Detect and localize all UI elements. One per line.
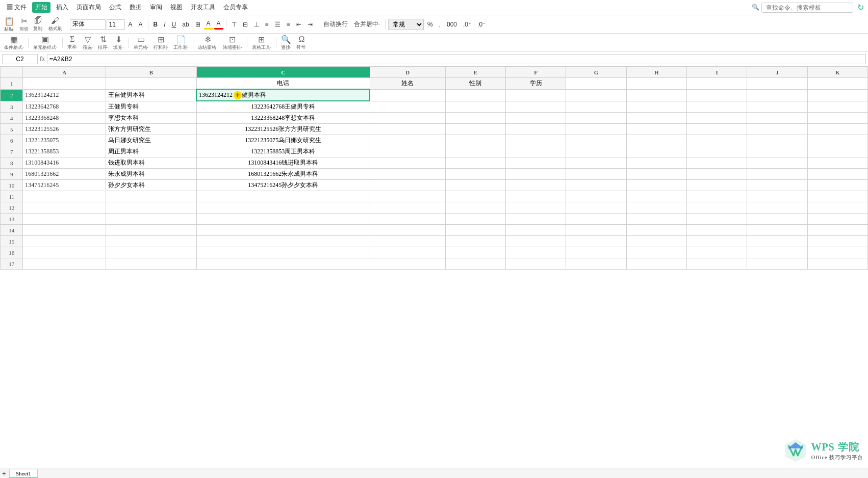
- corner-cell[interactable]: [1, 67, 23, 78]
- menu-formula[interactable]: 公式: [107, 2, 124, 13]
- paste-button[interactable]: 📋 粘贴·: [2, 15, 16, 34]
- cell-H8[interactable]: [626, 157, 686, 169]
- cell-C7[interactable]: 13221358853周正男本科: [196, 146, 370, 157]
- cell-A17[interactable]: [23, 258, 106, 270]
- cell-F8[interactable]: [505, 157, 566, 169]
- number-format-select[interactable]: 常规: [388, 19, 424, 30]
- condense-button[interactable]: ⊡ 浓缩密排·: [221, 34, 244, 52]
- cell-G4[interactable]: [566, 113, 626, 124]
- indent-dec-button[interactable]: ⇤: [294, 20, 304, 29]
- cell-C17[interactable]: [196, 258, 370, 270]
- cell-style-button[interactable]: ▣ 单元格样式·: [31, 34, 59, 52]
- cell-C12[interactable]: [196, 202, 370, 214]
- cell-F5[interactable]: [505, 124, 566, 135]
- cell-G10[interactable]: [566, 180, 626, 191]
- menu-data[interactable]: 数据: [127, 2, 144, 13]
- cell-J14[interactable]: [747, 225, 807, 236]
- cell-B1[interactable]: [106, 78, 196, 90]
- menu-dev[interactable]: 开发工具: [188, 2, 218, 13]
- row-num-17[interactable]: 17: [1, 258, 23, 270]
- cell-E6[interactable]: [445, 135, 505, 146]
- cell-C11[interactable]: [196, 191, 370, 202]
- cell-D12[interactable]: [370, 202, 445, 214]
- cell-A13[interactable]: [23, 214, 106, 225]
- cell-D7[interactable]: [370, 146, 445, 157]
- shrink-font-button[interactable]: A: [136, 20, 145, 29]
- cell-G9[interactable]: [566, 169, 626, 180]
- cell-E12[interactable]: [445, 202, 505, 214]
- cell-B9[interactable]: 朱永成男本科: [106, 169, 196, 180]
- cell-A8[interactable]: 13100843416: [23, 157, 106, 169]
- cell-G15[interactable]: [566, 236, 626, 247]
- thousands-button[interactable]: 000: [444, 20, 459, 29]
- cell-E5[interactable]: [445, 124, 505, 135]
- cell-I8[interactable]: [686, 157, 747, 169]
- menu-view[interactable]: 视图: [168, 2, 185, 13]
- cell-B13[interactable]: [106, 214, 196, 225]
- cell-F11[interactable]: [505, 191, 566, 202]
- menu-layout[interactable]: 页面布局: [74, 2, 104, 13]
- cell-I7[interactable]: [686, 146, 747, 157]
- cell-E13[interactable]: [445, 214, 505, 225]
- cell-C9[interactable]: 16801321662朱永成男本科: [196, 169, 370, 180]
- cell-B6[interactable]: 乌日娜女研究生: [106, 135, 196, 146]
- cell-G13[interactable]: [566, 214, 626, 225]
- cell-K10[interactable]: [807, 180, 867, 191]
- cell-I6[interactable]: [686, 135, 747, 146]
- cell-K1[interactable]: [807, 78, 867, 90]
- sum-button[interactable]: Σ 求和·: [65, 34, 80, 51]
- cell-K8[interactable]: [807, 157, 867, 169]
- cell-E4[interactable]: [445, 113, 505, 124]
- font-size-input[interactable]: [107, 19, 125, 30]
- wrap-text-button[interactable]: 自动换行: [321, 19, 350, 30]
- conditional-format-button[interactable]: ▦ 条件格式·: [2, 34, 25, 52]
- cell-D9[interactable]: [370, 169, 445, 180]
- cell-H13[interactable]: [626, 214, 686, 225]
- cell-I13[interactable]: [686, 214, 747, 225]
- align-right-button[interactable]: ≡: [284, 20, 293, 29]
- filter-button[interactable]: ▽ 筛选·: [81, 34, 95, 52]
- cell-E16[interactable]: [445, 247, 505, 258]
- cell-F10[interactable]: [505, 180, 566, 191]
- cell-B17[interactable]: [106, 258, 196, 270]
- cell-I10[interactable]: [686, 180, 747, 191]
- cell-F6[interactable]: [505, 135, 566, 146]
- cell-F2[interactable]: [505, 89, 566, 101]
- cell-A10[interactable]: 13475216245: [23, 180, 106, 191]
- cell-G3[interactable]: [566, 101, 626, 113]
- cell-E15[interactable]: [445, 236, 505, 247]
- table-tools-button[interactable]: ⊞ 表格工具·: [250, 34, 273, 52]
- cell-D11[interactable]: [370, 191, 445, 202]
- cell-A7[interactable]: 13221358853: [23, 146, 106, 157]
- col-header-H[interactable]: H: [626, 67, 686, 78]
- cell-E1[interactable]: 性别: [445, 78, 505, 90]
- align-top-button[interactable]: ⊤: [229, 20, 239, 29]
- cell-G14[interactable]: [566, 225, 626, 236]
- cell-F9[interactable]: [505, 169, 566, 180]
- cell-H9[interactable]: [626, 169, 686, 180]
- notification-icon[interactable]: ↻: [857, 3, 864, 12]
- cell-E2[interactable]: [445, 89, 505, 101]
- row-num-12[interactable]: 12: [1, 202, 23, 214]
- align-left-button[interactable]: ≡: [263, 20, 271, 29]
- find-button[interactable]: 🔍 查找·: [279, 34, 293, 52]
- cell-J3[interactable]: [747, 101, 807, 113]
- cell-E3[interactable]: [445, 101, 505, 113]
- cell-B11[interactable]: [106, 191, 196, 202]
- cell-I2[interactable]: [686, 89, 747, 101]
- cell-C8[interactable]: 13100843416钱进取男本科: [196, 157, 370, 169]
- cell-G2[interactable]: [566, 89, 626, 101]
- cell-F1[interactable]: 学历: [505, 78, 566, 90]
- cell-J16[interactable]: [747, 247, 807, 258]
- sheet-button[interactable]: 📄 工作表·: [171, 34, 190, 52]
- row-num-7[interactable]: 7: [1, 146, 23, 157]
- cell-K2[interactable]: [807, 89, 867, 101]
- cell-C16[interactable]: [196, 247, 370, 258]
- cell-J11[interactable]: [747, 191, 807, 202]
- font-name-input[interactable]: [70, 19, 106, 30]
- cell-I16[interactable]: [686, 247, 747, 258]
- cell-B8[interactable]: 钱进取男本科: [106, 157, 196, 169]
- cell-H1[interactable]: [626, 78, 686, 90]
- menu-review[interactable]: 审阅: [147, 2, 165, 13]
- cell-G1[interactable]: [566, 78, 626, 90]
